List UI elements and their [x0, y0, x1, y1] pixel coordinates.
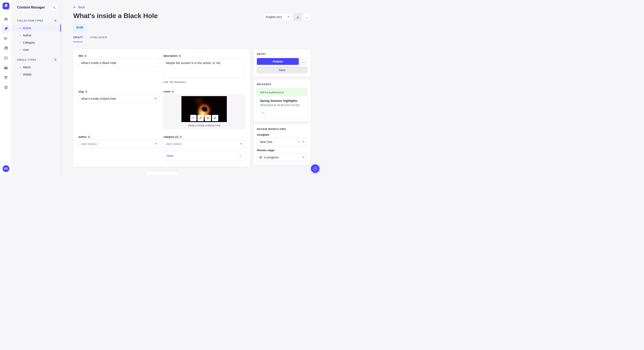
- side-panels: ENTRY Publish ... Save RELEASES Will be …: [254, 49, 311, 165]
- copy-link-button[interactable]: [198, 115, 204, 121]
- sidebar-item-label: Global: [23, 73, 31, 76]
- stage-value: In progress: [264, 156, 300, 159]
- cloud-icon: [4, 66, 8, 70]
- question-mark-icon: ?: [313, 167, 317, 171]
- globe-icon: [179, 55, 181, 57]
- back-link[interactable]: Back: [73, 5, 85, 9]
- home-nav-button[interactable]: [2, 15, 10, 23]
- field-title: title: [78, 54, 160, 85]
- ellipsis-icon: ...: [302, 60, 306, 63]
- back-label: Back: [78, 5, 85, 9]
- media-library-nav-button[interactable]: [2, 44, 10, 52]
- download-icon: [296, 15, 300, 19]
- globe-icon: [85, 90, 88, 93]
- sidebar-item-article[interactable]: • Article: [12, 24, 61, 32]
- chevron-down-icon: [302, 157, 304, 158]
- main-content: Back What's inside a Black Hole English …: [61, 0, 322, 175]
- assignee-label: Assignee: [257, 133, 307, 136]
- assignee-combobox[interactable]: Jane Doe: [257, 138, 307, 146]
- marketplace-nav-button[interactable]: [2, 73, 10, 82]
- content-manager-nav-button[interactable]: [2, 24, 10, 33]
- category-relation-select[interactable]: Add relation: [163, 140, 245, 148]
- status-badge: Draft: [73, 24, 86, 31]
- sidebar-item-label: About: [23, 65, 31, 69]
- chevron-down-icon: [240, 143, 242, 145]
- ellipsis-icon: ...: [262, 111, 264, 114]
- export-button[interactable]: [294, 13, 302, 21]
- sidebar-item-global[interactable]: • Global: [12, 71, 61, 78]
- save-button[interactable]: Save: [257, 67, 307, 73]
- home-icon: [4, 17, 8, 21]
- subnav-title: Content Manager: [17, 5, 45, 9]
- author-relation-select[interactable]: Add relation: [78, 140, 160, 148]
- slug-input[interactable]: [78, 94, 160, 103]
- regenerate-slug-button[interactable]: [154, 97, 158, 101]
- globe-icon: [172, 90, 174, 93]
- deploy-nav-button[interactable]: [2, 34, 10, 43]
- version-tabs: DRAFT PUBLISHED: [73, 36, 311, 42]
- cloud-nav-button[interactable]: [2, 64, 10, 72]
- remove-relation-button[interactable]: [239, 154, 242, 157]
- strapi-logo[interactable]: [2, 2, 9, 9]
- locale-select[interactable]: English (en): [263, 13, 292, 21]
- user-avatar[interactable]: KD: [2, 165, 9, 172]
- release-more-button[interactable]: ...: [260, 109, 266, 115]
- delete-media-button[interactable]: [205, 115, 211, 121]
- entry-panel-title: ENTRY: [257, 53, 307, 55]
- feather-icon: [4, 26, 8, 31]
- category-placeholder: Add relation: [166, 142, 182, 146]
- clear-assignee-button[interactable]: [298, 141, 300, 143]
- sidebar-item-label: Author: [23, 34, 32, 37]
- rail-divider-bottom: [0, 163, 12, 163]
- chevron-down-icon: [302, 141, 304, 143]
- page-title: What's inside a Black Hole: [73, 12, 158, 20]
- shopping-cart-icon: [4, 75, 8, 80]
- title-input[interactable]: [78, 59, 160, 67]
- sidebar-item-label: Article: [23, 26, 31, 30]
- entry-more-button[interactable]: ...: [300, 58, 307, 65]
- sidebar-item-category[interactable]: • Category: [12, 39, 61, 46]
- relation-link-news[interactable]: news: [166, 154, 174, 157]
- single-types-count: 2: [53, 58, 58, 62]
- link-icon: [199, 116, 202, 120]
- field-slug: slug: [78, 90, 160, 130]
- description-textarea[interactable]: Maybe the answer is in this article, or …: [163, 59, 245, 78]
- rail-nav: [2, 15, 10, 92]
- releases-panel-title: RELEASES: [257, 83, 307, 85]
- tab-published[interactable]: PUBLISHED: [90, 36, 107, 42]
- close-icon: [298, 141, 300, 143]
- review-stage-combobox[interactable]: In progress: [257, 153, 307, 162]
- bullet-icon: •: [20, 41, 21, 44]
- gear-icon: [4, 85, 8, 90]
- settings-nav-button[interactable]: [2, 83, 10, 92]
- field-description: description Maybe the answer is in this …: [163, 54, 245, 85]
- add-media-button[interactable]: [190, 115, 196, 121]
- collapsed-bottom-element[interactable]: [146, 171, 178, 175]
- sidebar-item-about[interactable]: • About: [12, 64, 61, 71]
- edit-media-button[interactable]: [212, 115, 218, 121]
- description-label: description: [163, 54, 178, 57]
- review-stage-label: Review stage: [257, 149, 307, 152]
- header-more-button[interactable]: ...: [303, 13, 311, 21]
- release-name: Spring Summer highlights: [260, 99, 304, 103]
- cover-label: cover: [163, 90, 170, 93]
- search-button[interactable]: [51, 4, 58, 11]
- entry-panel: ENTRY Publish ... Save: [254, 49, 311, 77]
- app-root: KD Content Manager COLLECTION TYPES 4 • …: [0, 0, 322, 175]
- sidebar-item-user[interactable]: • User: [12, 46, 61, 53]
- publish-button[interactable]: Publish: [257, 58, 299, 65]
- tab-draft[interactable]: DRAFT: [73, 36, 83, 42]
- review-panel-title: REVIEW WORKFLOWS: [257, 128, 307, 130]
- single-types-header: SINGLE TYPES: [17, 58, 36, 61]
- bullet-icon: •: [20, 73, 21, 76]
- sidebar-item-label: User: [23, 48, 29, 51]
- sidebar-item-label: Category: [23, 41, 35, 44]
- sidebar-item-author[interactable]: • Author: [12, 32, 61, 39]
- release-date: 09/11/2024 at 16:00 (UTC+02:00): [260, 104, 304, 107]
- bullet-icon: •: [20, 66, 21, 69]
- description-helper: max. 80 characters: [163, 81, 245, 84]
- category-label: category (1): [163, 136, 178, 138]
- help-button[interactable]: ?: [311, 164, 320, 173]
- field-category: category (1) Add relation news: [163, 136, 245, 162]
- content-type-builder-nav-button[interactable]: [2, 54, 10, 62]
